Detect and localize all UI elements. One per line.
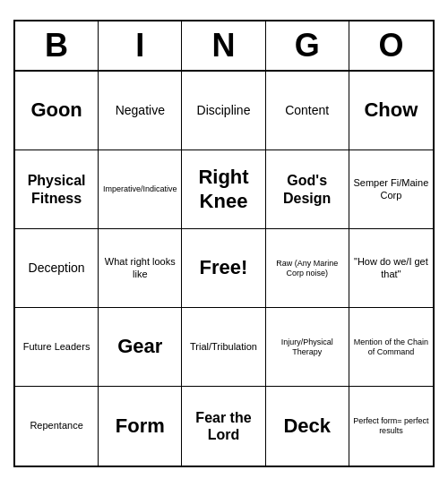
bingo-cell-0: Goon (15, 72, 99, 150)
bingo-cell-15: Future Leaders (15, 308, 99, 387)
bingo-cell-16: Gear (99, 308, 182, 387)
bingo-grid: GoonNegativeDisciplineContentChowPhysica… (15, 72, 433, 466)
bingo-card: BINGO GoonNegativeDisciplineContentChowP… (13, 20, 435, 467)
bingo-cell-13: Raw (Any Marine Corp noise) (266, 229, 349, 308)
bingo-header: BINGO (15, 21, 433, 72)
bingo-cell-11: What right looks like (99, 229, 182, 308)
bingo-cell-12: Free! (182, 229, 265, 308)
bingo-cell-19: Mention of the Chain of Command (349, 308, 433, 387)
bingo-cell-6: Imperative/Indicative (99, 150, 182, 229)
header-letter-n: N (182, 21, 265, 70)
bingo-cell-5: Physical Fitness (15, 150, 99, 229)
header-letter-g: G (266, 21, 349, 70)
bingo-cell-14: "How do we/I get that" (349, 229, 433, 308)
bingo-cell-9: Semper Fi/Maine Corp (349, 150, 433, 229)
bingo-cell-8: God's Design (266, 150, 349, 229)
bingo-cell-22: Fear the Lord (182, 387, 265, 466)
bingo-cell-21: Form (99, 387, 182, 466)
bingo-cell-3: Content (266, 72, 349, 150)
bingo-cell-18: Injury/Physical Therapy (266, 308, 349, 387)
header-letter-i: I (99, 21, 182, 70)
bingo-cell-24: Perfect form= perfect results (349, 387, 433, 466)
bingo-cell-17: Trial/Tribulation (182, 308, 265, 387)
bingo-cell-7: Right Knee (182, 150, 265, 229)
bingo-cell-20: Repentance (15, 387, 99, 466)
bingo-cell-10: Deception (15, 229, 99, 308)
header-letter-b: B (15, 21, 99, 70)
bingo-cell-2: Discipline (182, 72, 265, 150)
bingo-cell-23: Deck (266, 387, 349, 466)
bingo-cell-1: Negative (99, 72, 182, 150)
header-letter-o: O (349, 21, 433, 70)
bingo-cell-4: Chow (349, 72, 433, 150)
